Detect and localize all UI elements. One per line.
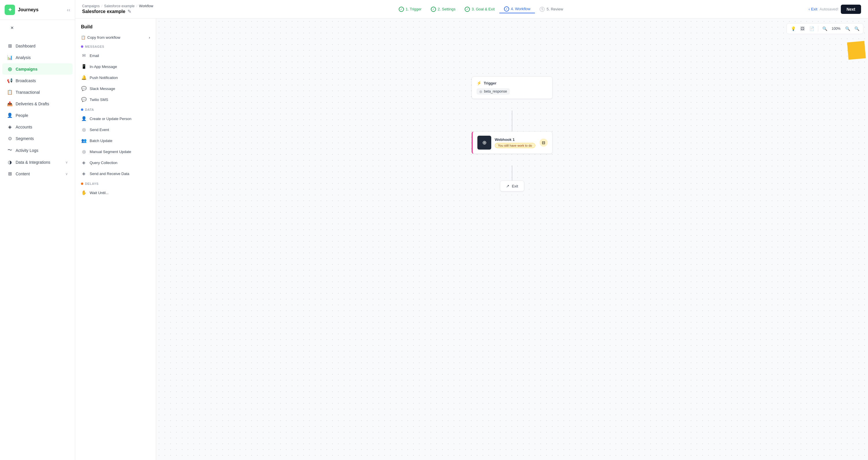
content-icon: ⊞ — [7, 171, 13, 176]
sidebar-item-accounts[interactable]: ◈ Accounts — [2, 121, 72, 133]
app-logo: ✦ — [5, 5, 15, 15]
trigger-badge-icon: ◎ — [479, 90, 482, 93]
step-workflow[interactable]: ✓ 4. Workflow — [499, 5, 535, 13]
sidebar-item-dashboard[interactable]: ⊞ Dashboard — [2, 40, 72, 52]
step-label: 3. Goal & Exit — [472, 7, 494, 11]
manual-segment-icon: ◎ — [81, 149, 87, 154]
sidebar-item-analysis[interactable]: 📊 Analysis — [2, 52, 72, 63]
zoom-level: 100% — [830, 27, 842, 31]
chevron-down-icon: ∨ — [65, 172, 68, 176]
messages-dot — [81, 46, 83, 48]
webhook-warning-badge: You still have work to do — [495, 143, 535, 148]
panel-item-slack-message[interactable]: 💬 Slack Message — [75, 83, 156, 94]
query-collection-icon: ◈ — [81, 160, 87, 165]
sidebar-item-people[interactable]: 👤 People — [2, 110, 72, 121]
sticky-note[interactable] — [847, 41, 866, 60]
panel-item-query-collection[interactable]: ◈ Query Collection — [75, 157, 156, 168]
panel-item-email[interactable]: ✉ Email — [75, 50, 156, 61]
panel-item-label: Email — [90, 54, 99, 58]
messages-label: MESSAGES — [85, 45, 104, 48]
sidebar-item-deliveries[interactable]: 📤 Deliveries & Drafts — [2, 98, 72, 109]
autosaved-status: Autosaved! — [820, 7, 838, 11]
sidebar-item-label: Activity Logs — [16, 148, 68, 153]
panel-item-create-update-person[interactable]: 👤 Create or Update Person — [75, 113, 156, 124]
sidebar-item-content[interactable]: ⊞ Content ∨ — [2, 168, 72, 179]
panel-item-label: Push Notification — [90, 76, 118, 80]
trigger-node[interactable]: ⚡ Trigger ◎ beta_response — [472, 76, 553, 99]
panel-item-label: Query Collection — [90, 161, 117, 165]
data-label: DATA — [85, 108, 94, 111]
step-settings[interactable]: ✓ 2. Settings — [426, 5, 460, 13]
panel-item-twilio-sms[interactable]: 💬 Twilio SMS — [75, 94, 156, 105]
sidebar-item-close[interactable]: ✕ — [2, 20, 72, 35]
people-icon: 👤 — [7, 113, 13, 118]
canvas-toolbar: 💡 🖼 📄 🔍 100% 🔍 🔍 — [786, 23, 863, 34]
zoom-out-button[interactable]: 🔍 — [820, 25, 829, 33]
search-tool[interactable]: 🔍 — [853, 25, 861, 33]
sidebar-item-activity-logs[interactable]: 〜 Activity Logs — [2, 144, 72, 156]
breadcrumb-sep-1: / — [101, 4, 102, 8]
panel-item-wait-until[interactable]: ✋ Wait Until... — [75, 187, 156, 198]
broadcasts-icon: 📢 — [7, 78, 13, 83]
breadcrumb-campaigns[interactable]: Campaigns — [82, 4, 100, 8]
image-tool[interactable]: 🖼 — [798, 25, 806, 33]
sidebar-item-data-integrations[interactable]: ◑ Data & Integrations ∨ — [2, 156, 72, 168]
step-goal-exit[interactable]: ✓ 3. Goal & Exit — [460, 5, 499, 13]
panel-item-label: Twilio SMS — [90, 97, 108, 102]
sidebar-item-transactional[interactable]: 📋 Transactional — [2, 87, 72, 98]
webhook-thumb-icon: ⊕ — [482, 139, 487, 146]
segments-icon: ⊙ — [7, 136, 13, 141]
breadcrumb-sep-2: / — [136, 4, 137, 8]
zoom-in-button[interactable]: 🔍 — [843, 25, 851, 33]
activity-logs-icon: 〜 — [7, 147, 13, 153]
step-review[interactable]: 5 5. Review — [535, 5, 567, 13]
steps-bar: ✓ 1. Trigger ✓ 2. Settings ✓ 3. Goal & E… — [153, 5, 809, 13]
trigger-badge-text: beta_response — [484, 89, 507, 93]
panel-item-in-app-message[interactable]: 📱 In-App Message — [75, 61, 156, 72]
deliveries-icon: 📤 — [7, 101, 13, 107]
send-receive-icon: ◈ — [81, 171, 87, 176]
chevron-down-icon: ∨ — [65, 160, 68, 164]
app-title: Journeys — [18, 7, 38, 12]
panel-item-send-receive-data[interactable]: ◈ Send and Receive Data — [75, 168, 156, 179]
trigger-icon: ⚡ — [476, 81, 482, 85]
top-left: Campaigns / Salesforce example / Workflo… — [82, 4, 153, 14]
panel-item-manual-segment-update[interactable]: ◎ Manual Segment Update — [75, 146, 156, 157]
note-tool[interactable]: 📄 — [808, 25, 816, 33]
step-check-icon: ✓ — [399, 7, 404, 12]
in-app-icon: 📱 — [81, 64, 87, 69]
sidebar-item-broadcasts[interactable]: 📢 Broadcasts — [2, 75, 72, 86]
edit-icon[interactable]: ✎ — [127, 9, 131, 14]
canvas[interactable]: 💡 🖼 📄 🔍 100% 🔍 🔍 ⚡ Trigger — [156, 19, 868, 460]
workflow-title-row: Salesforce example ✎ — [82, 9, 153, 14]
topbar-actions: ‹ Exit Autosaved! Next — [809, 5, 861, 14]
exit-button[interactable]: ‹ Exit — [809, 7, 817, 11]
webhook-action-button[interactable]: ⊟ — [539, 139, 548, 147]
sidebar-item-label: Data & Integrations — [16, 160, 62, 165]
lighting-tool[interactable]: 💡 — [789, 25, 797, 33]
panel-item-batch-update[interactable]: 👥 Batch Update — [75, 135, 156, 146]
sidebar-item-segments[interactable]: ⊙ Segments — [2, 133, 72, 144]
copy-workflow-button[interactable]: 📋 Copy from workflow › — [75, 33, 156, 42]
data-section-header: DATA — [75, 105, 156, 113]
panel-item-push-notification[interactable]: 🔔 Push Notification — [75, 72, 156, 83]
breadcrumb-salesforce[interactable]: Salesforce example — [104, 4, 134, 8]
webhook-node[interactable]: ⊕ Webhook 1 You still have work to do ⊟ — [472, 131, 553, 154]
exit-node[interactable]: ↗ Exit — [500, 180, 524, 192]
sidebar-item-label: Analysis — [16, 55, 68, 60]
next-button[interactable]: Next — [841, 5, 861, 14]
sidebar-item-label: Segments — [16, 136, 68, 141]
create-person-icon: 👤 — [81, 116, 87, 121]
panel-item-label: Slack Message — [90, 87, 115, 91]
trigger-label: Trigger — [484, 81, 496, 85]
data-dot — [81, 109, 83, 111]
sidebar-item-campaigns[interactable]: ◎ Campaigns — [2, 63, 72, 75]
exit-label: Exit — [811, 7, 817, 11]
panel-item-send-event[interactable]: ◎ Send Event — [75, 124, 156, 135]
messages-section-header: MESSAGES — [75, 42, 156, 50]
step-trigger[interactable]: ✓ 1. Trigger — [394, 5, 426, 13]
transactional-icon: 📋 — [7, 89, 13, 95]
step-label: 5. Review — [547, 7, 563, 11]
sidebar-collapse-button[interactable]: ‹‹ — [67, 7, 70, 13]
breadcrumb: Campaigns / Salesforce example / Workflo… — [82, 4, 153, 8]
